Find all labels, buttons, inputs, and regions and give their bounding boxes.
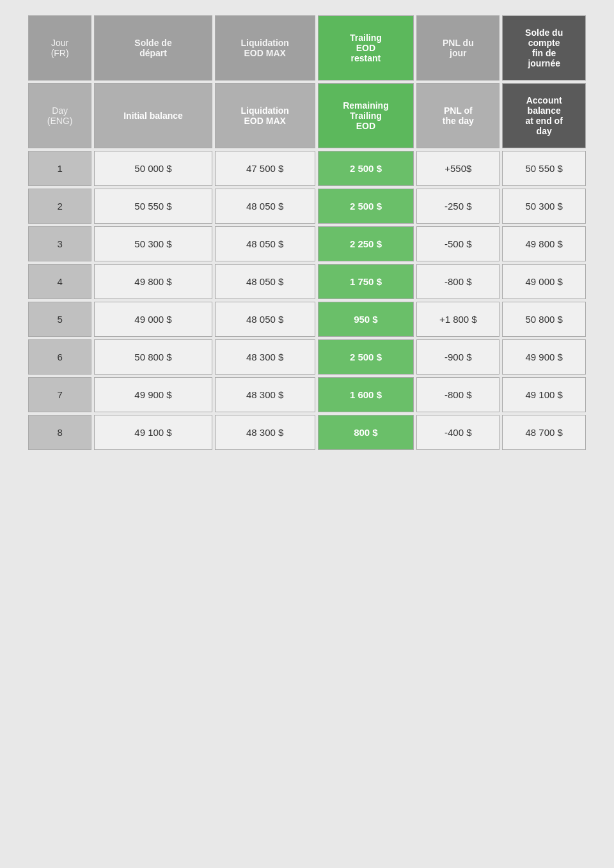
row-7-col-5: -800 $ bbox=[416, 377, 500, 412]
main-table-wrapper: Jour (FR) Solde de départ Liquidation EO… bbox=[26, 13, 588, 453]
row-5-col-2: 49 000 $ bbox=[94, 302, 212, 337]
row-6-col-3: 48 300 $ bbox=[215, 339, 315, 375]
row-4-col-5: -800 $ bbox=[416, 264, 500, 299]
row-2-col-6: 50 300 $ bbox=[502, 189, 586, 224]
row-3-col-5: -500 $ bbox=[416, 226, 500, 261]
fr-col5: PNL du jour bbox=[416, 15, 500, 81]
row-8-col-2: 49 100 $ bbox=[94, 415, 212, 450]
eng-col2: Initial balance bbox=[94, 83, 212, 148]
table-row: 150 000 $47 500 $2 500 $+550$50 550 $ bbox=[28, 151, 586, 186]
table-row: 449 800 $48 050 $1 750 $-800 $49 000 $ bbox=[28, 264, 586, 299]
table-row: 650 800 $48 300 $2 500 $-900 $49 900 $ bbox=[28, 339, 586, 375]
row-2-col-4: 2 500 $ bbox=[318, 189, 414, 224]
fr-col4: Trailing EOD restant bbox=[318, 15, 414, 81]
row-8-col-6: 48 700 $ bbox=[502, 415, 586, 450]
row-4-col-6: 49 000 $ bbox=[502, 264, 586, 299]
eng-col3: Liquidation EOD MAX bbox=[215, 83, 315, 148]
row-1-col-3: 47 500 $ bbox=[215, 151, 315, 186]
eng-col1: Day (ENG) bbox=[28, 83, 91, 148]
fr-col6: Solde du compte fin de journée bbox=[502, 15, 586, 81]
row-8-col-3: 48 300 $ bbox=[215, 415, 315, 450]
row-4-col-2: 49 800 $ bbox=[94, 264, 212, 299]
data-table: Jour (FR) Solde de départ Liquidation EO… bbox=[26, 13, 588, 453]
row-3-col-1: 3 bbox=[28, 226, 91, 261]
fr-col3: Liquidation EOD MAX bbox=[215, 15, 315, 81]
row-6-col-6: 49 900 $ bbox=[502, 339, 586, 375]
eng-col4: Remaining Trailing EOD bbox=[318, 83, 414, 148]
row-1-col-1: 1 bbox=[28, 151, 91, 186]
row-4-col-1: 4 bbox=[28, 264, 91, 299]
row-6-col-4: 2 500 $ bbox=[318, 339, 414, 375]
row-8-col-4: 800 $ bbox=[318, 415, 414, 450]
row-4-col-3: 48 050 $ bbox=[215, 264, 315, 299]
table-row: 749 900 $48 300 $1 600 $-800 $49 100 $ bbox=[28, 377, 586, 412]
row-5-col-5: +1 800 $ bbox=[416, 302, 500, 337]
row-3-col-4: 2 250 $ bbox=[318, 226, 414, 261]
row-6-col-1: 6 bbox=[28, 339, 91, 375]
row-5-col-4: 950 $ bbox=[318, 302, 414, 337]
row-4-col-4: 1 750 $ bbox=[318, 264, 414, 299]
row-6-col-5: -900 $ bbox=[416, 339, 500, 375]
row-7-col-2: 49 900 $ bbox=[94, 377, 212, 412]
row-6-col-2: 50 800 $ bbox=[94, 339, 212, 375]
table-row: 549 000 $48 050 $950 $+1 800 $50 800 $ bbox=[28, 302, 586, 337]
row-2-col-2: 50 550 $ bbox=[94, 189, 212, 224]
row-3-col-2: 50 300 $ bbox=[94, 226, 212, 261]
row-8-col-5: -400 $ bbox=[416, 415, 500, 450]
row-2-col-5: -250 $ bbox=[416, 189, 500, 224]
row-5-col-6: 50 800 $ bbox=[502, 302, 586, 337]
eng-col6: Account balance at end of day bbox=[502, 83, 586, 148]
table-row: 350 300 $48 050 $2 250 $-500 $49 800 $ bbox=[28, 226, 586, 261]
row-7-col-6: 49 100 $ bbox=[502, 377, 586, 412]
row-8-col-1: 8 bbox=[28, 415, 91, 450]
row-1-col-6: 50 550 $ bbox=[502, 151, 586, 186]
table-row: 250 550 $48 050 $2 500 $-250 $50 300 $ bbox=[28, 189, 586, 224]
row-3-col-3: 48 050 $ bbox=[215, 226, 315, 261]
table-row: 849 100 $48 300 $800 $-400 $48 700 $ bbox=[28, 415, 586, 450]
row-1-col-5: +550$ bbox=[416, 151, 500, 186]
row-7-col-1: 7 bbox=[28, 377, 91, 412]
header-row-fr: Jour (FR) Solde de départ Liquidation EO… bbox=[28, 15, 586, 81]
row-1-col-2: 50 000 $ bbox=[94, 151, 212, 186]
row-5-col-1: 5 bbox=[28, 302, 91, 337]
row-5-col-3: 48 050 $ bbox=[215, 302, 315, 337]
row-7-col-4: 1 600 $ bbox=[318, 377, 414, 412]
row-2-col-3: 48 050 $ bbox=[215, 189, 315, 224]
fr-col2: Solde de départ bbox=[94, 15, 212, 81]
row-1-col-4: 2 500 $ bbox=[318, 151, 414, 186]
row-3-col-6: 49 800 $ bbox=[502, 226, 586, 261]
row-2-col-1: 2 bbox=[28, 189, 91, 224]
fr-col1: Jour (FR) bbox=[28, 15, 91, 81]
row-7-col-3: 48 300 $ bbox=[215, 377, 315, 412]
eng-col5: PNL of the day bbox=[416, 83, 500, 148]
header-row-eng: Day (ENG) Initial balance Liquidation EO… bbox=[28, 83, 586, 148]
